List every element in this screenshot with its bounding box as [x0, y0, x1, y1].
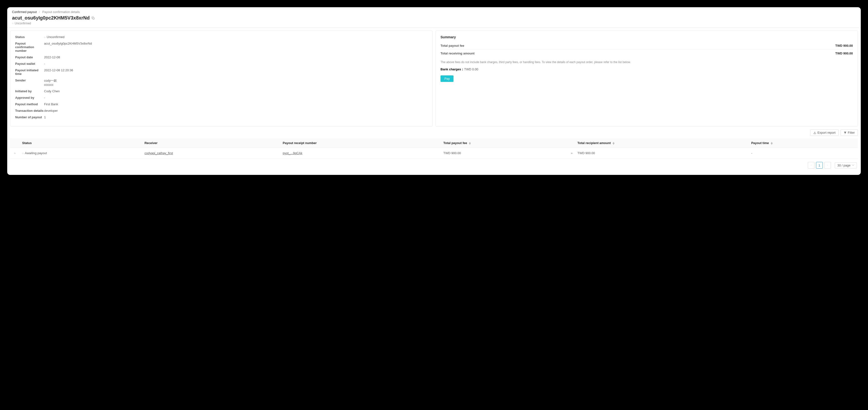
sender-label: Sender [15, 79, 44, 82]
chevron-right-icon [826, 164, 829, 167]
num-payout-label: Number of payout [15, 115, 44, 119]
chevron-left-icon [810, 164, 812, 167]
sender-value: cody一銀 cccccc [44, 79, 57, 86]
approved-by-value: - [44, 96, 45, 99]
breadcrumb-separator: / [39, 10, 40, 14]
table-row: › Awaiting payout codyapi_cathay_first p… [10, 148, 858, 158]
cell-total-fee: TWD 900.00 » [441, 148, 575, 158]
summary-total-recv-row: Total receiving amount TWD 900.00 [440, 50, 853, 57]
sort-icon[interactable] [771, 142, 773, 145]
status-dot-icon [44, 37, 45, 38]
cell-total-recipient: TWD 900.00 [575, 148, 749, 158]
bank-charges: Bank charges：TWD 0.00 [440, 67, 853, 71]
summary-total-recv-value: TWD 900.00 [835, 52, 853, 55]
pagination: 1 30 / page [10, 158, 858, 172]
status-dot-icon [22, 153, 24, 154]
filter-icon [844, 131, 846, 134]
bank-charges-value: TWD 0.00 [464, 67, 478, 71]
pagination-page-1[interactable]: 1 [816, 162, 823, 169]
summary-total-fee-row: Total payout fee TWD 900.00 [440, 42, 853, 50]
sort-icon[interactable] [469, 142, 471, 145]
title-row: acut_osu6yIg0pc2KHM5V3x8xrNd [12, 15, 856, 21]
initiated-time-value: 2022-12-08 12:20:36 [44, 68, 73, 72]
status-dot-icon [12, 23, 13, 24]
initiated-by-value: Cody Chen [44, 89, 60, 93]
payout-window: Confirmed payout / Payout confirmation d… [7, 7, 861, 175]
breadcrumb-current: Payout confirmation details [42, 10, 80, 14]
col-total-fee[interactable]: Total payout fee [441, 138, 575, 148]
payout-wallet-value: - [44, 62, 45, 65]
pay-button[interactable]: Pay [440, 76, 454, 82]
cell-payout-time: - [749, 148, 858, 158]
copy-icon[interactable] [91, 17, 95, 20]
download-icon [813, 131, 816, 134]
expand-row-icon[interactable]: › [14, 151, 16, 155]
pagination-prev-button[interactable] [808, 162, 814, 169]
status-label: Status [15, 35, 44, 39]
breadcrumb: Confirmed payout / Payout confirmation d… [12, 10, 856, 14]
txn-details-value: developer [44, 109, 58, 113]
payout-method-value: First Bank [44, 102, 58, 106]
cell-receiver-link[interactable]: codyapi_cathay_first [145, 151, 173, 155]
conf-num-value: acut_osu6yIg0pc2KHM5V3x8xrNd [44, 42, 92, 45]
cell-receipt-link[interactable]: pyot_...9qCAk [283, 151, 303, 155]
approved-by-label: Approved by [15, 96, 44, 99]
initiated-time-label: Payout initiated time [15, 68, 44, 76]
cell-status: Awaiting payout [20, 148, 142, 158]
col-expand [10, 138, 20, 148]
col-receipt: Payout receipt number [280, 138, 441, 148]
col-status: Status [20, 138, 142, 148]
export-report-button[interactable]: Export report [810, 129, 839, 136]
summary-card: Summary Total payout fee TWD 900.00 Tota… [435, 31, 858, 126]
header-status-badge: Unconfirmed [12, 22, 31, 25]
summary-total-recv-label: Total receiving amount [440, 52, 474, 55]
page-title: acut_osu6yIg0pc2KHM5V3x8xrNd [12, 15, 90, 21]
summary-note: The above fees do not include bank charg… [440, 60, 853, 64]
col-receiver: Receiver [142, 138, 280, 148]
payout-date-value: 2022-12-08 [44, 55, 60, 59]
status-value: Unconfirmed [44, 35, 64, 39]
filter-button[interactable]: Filter [841, 129, 858, 136]
page-header: Confirmed payout / Payout confirmation d… [7, 7, 861, 28]
pagination-next-button[interactable] [824, 162, 831, 169]
table-section: Export report Filter Status Receiver Pay… [7, 126, 861, 175]
bank-charges-label: Bank charges： [440, 67, 464, 71]
summary-total-fee-value: TWD 900.00 [835, 44, 853, 48]
table-actions: Export report Filter [10, 129, 858, 136]
initiated-by-label: Initiated by [15, 89, 44, 93]
header-status-text: Unconfirmed [15, 22, 31, 25]
more-icon[interactable]: » [571, 151, 572, 155]
summary-title: Summary [440, 35, 853, 39]
payout-wallet-label: Payout wallet [15, 62, 44, 65]
num-payout-value: 1 [44, 115, 46, 119]
conf-num-label: Payout confirmation number [15, 42, 44, 53]
breadcrumb-root[interactable]: Confirmed payout [12, 10, 37, 14]
svg-rect-0 [93, 18, 94, 19]
table-header-row: Status Receiver Payout receipt number To… [10, 138, 858, 148]
col-total-recipient[interactable]: Total recipient amount [575, 138, 749, 148]
payout-table: Status Receiver Payout receipt number To… [10, 138, 858, 158]
summary-total-fee-label: Total payout fee [440, 44, 464, 48]
sort-icon[interactable] [613, 142, 615, 145]
details-card: Status Unconfirmed Payout confirmation n… [10, 31, 433, 126]
payout-method-label: Payout method [15, 102, 44, 106]
col-payout-time[interactable]: Payout time [749, 138, 858, 148]
payout-date-label: Payout date [15, 55, 44, 59]
txn-details-label: Transaction details [15, 109, 44, 113]
chevron-down-icon [852, 164, 854, 167]
content-area: Status Unconfirmed Payout confirmation n… [7, 28, 861, 126]
pagination-page-size-select[interactable]: 30 / page [835, 163, 857, 168]
